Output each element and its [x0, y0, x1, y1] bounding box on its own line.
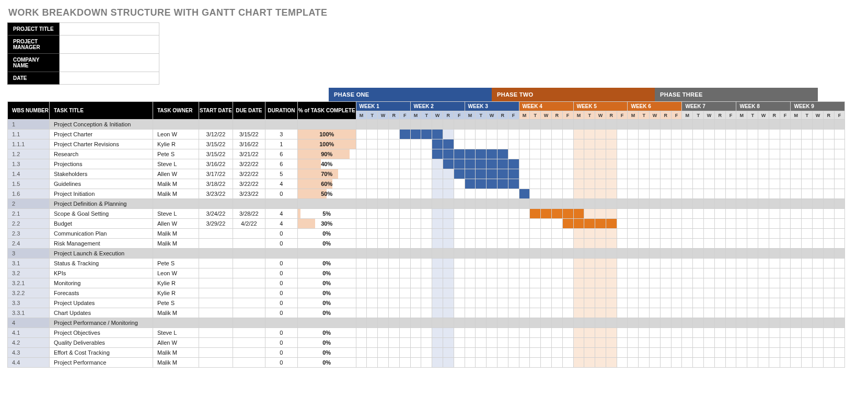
gantt-cell[interactable] [519, 159, 530, 169]
gantt-cell[interactable] [725, 189, 736, 199]
gantt-cell[interactable] [573, 348, 584, 358]
gantt-cell[interactable] [508, 328, 519, 338]
gantt-cell[interactable] [530, 318, 541, 328]
gantt-cell[interactable] [628, 288, 639, 298]
gantt-cell[interactable] [780, 298, 791, 308]
gantt-cell[interactable] [628, 328, 639, 338]
owner-cell[interactable]: Malik M [153, 358, 199, 368]
gantt-cell[interactable] [747, 348, 758, 358]
gantt-cell[interactable] [584, 209, 595, 219]
gantt-cell[interactable] [834, 308, 845, 318]
due-date-cell[interactable] [233, 199, 265, 209]
gantt-cell[interactable] [399, 318, 410, 328]
gantt-cell[interactable] [617, 239, 628, 249]
gantt-cell[interactable] [551, 239, 562, 249]
duration-cell[interactable]: 0 [265, 268, 297, 278]
pct-complete-cell[interactable]: 0% [297, 278, 356, 288]
gantt-cell[interactable] [823, 288, 834, 298]
gantt-cell[interactable] [530, 358, 541, 368]
gantt-cell[interactable] [769, 348, 780, 358]
gantt-cell[interactable] [639, 328, 650, 338]
gantt-cell[interactable] [388, 318, 399, 328]
gantt-cell[interactable] [443, 298, 454, 308]
gantt-cell[interactable] [551, 298, 562, 308]
duration-cell[interactable] [265, 318, 297, 328]
gantt-cell[interactable] [780, 249, 791, 259]
gantt-cell[interactable] [660, 348, 671, 358]
gantt-cell[interactable] [367, 149, 378, 159]
start-date-cell[interactable] [199, 249, 233, 259]
gantt-cell[interactable] [780, 149, 791, 159]
due-date-cell[interactable] [233, 229, 265, 239]
gantt-cell[interactable] [802, 139, 813, 149]
gantt-cell[interactable] [617, 229, 628, 239]
gantt-cell[interactable] [497, 169, 508, 179]
duration-cell[interactable]: 4 [265, 179, 297, 189]
gantt-cell[interactable] [725, 239, 736, 249]
gantt-cell[interactable] [497, 189, 508, 199]
gantt-cell[interactable] [813, 318, 824, 328]
gantt-cell[interactable] [367, 288, 378, 298]
gantt-cell[interactable] [562, 179, 573, 189]
due-date-cell[interactable]: 3/23/22 [233, 189, 265, 199]
gantt-cell[interactable] [682, 229, 693, 239]
duration-cell[interactable]: 0 [265, 278, 297, 288]
gantt-cell[interactable] [802, 229, 813, 239]
gantt-cell[interactable] [454, 298, 465, 308]
gantt-cell[interactable] [476, 358, 487, 368]
gantt-cell[interactable] [551, 199, 562, 209]
gantt-cell[interactable] [476, 288, 487, 298]
gantt-cell[interactable] [714, 209, 725, 219]
gantt-cell[interactable] [497, 268, 508, 278]
gantt-cell[interactable] [780, 338, 791, 348]
gantt-cell[interactable] [410, 229, 421, 239]
gantt-cell[interactable] [639, 308, 650, 318]
gantt-cell[interactable] [551, 149, 562, 159]
gantt-cell[interactable] [791, 219, 802, 229]
gantt-cell[interactable] [584, 318, 595, 328]
gantt-cell[interactable] [704, 308, 715, 318]
gantt-cell[interactable] [476, 209, 487, 219]
gantt-cell[interactable] [736, 288, 747, 298]
gantt-cell[interactable] [747, 239, 758, 249]
gantt-cell[interactable] [671, 318, 682, 328]
gantt-cell[interactable] [410, 189, 421, 199]
gantt-cell[interactable] [530, 259, 541, 268]
gantt-cell[interactable] [562, 259, 573, 268]
task-row[interactable]: 1.1Project CharterLeon W3/12/223/15/2231… [8, 130, 845, 139]
gantt-cell[interactable] [758, 149, 769, 159]
gantt-cell[interactable] [356, 179, 367, 189]
owner-cell[interactable] [153, 318, 199, 328]
gantt-cell[interactable] [704, 338, 715, 348]
gantt-cell[interactable] [530, 308, 541, 318]
gantt-cell[interactable] [650, 179, 661, 189]
due-date-cell[interactable] [233, 239, 265, 249]
gantt-cell[interactable] [725, 169, 736, 179]
gantt-cell[interactable] [704, 229, 715, 239]
gantt-cell[interactable] [660, 288, 671, 298]
gantt-cell[interactable] [541, 278, 552, 288]
gantt-cell[interactable] [519, 130, 530, 139]
gantt-cell[interactable] [736, 249, 747, 259]
meta-input[interactable] [60, 72, 159, 85]
gantt-cell[interactable] [747, 149, 758, 159]
pct-complete-cell[interactable]: 0% [297, 338, 356, 348]
wbs-cell[interactable]: 1 [8, 120, 50, 130]
gantt-cell[interactable] [650, 229, 661, 239]
task-row[interactable]: 4.4Project PerformanceMalik M00% [8, 358, 845, 368]
gantt-cell[interactable] [519, 328, 530, 338]
gantt-cell[interactable] [704, 298, 715, 308]
gantt-cell[interactable] [693, 199, 704, 209]
gantt-cell[interactable] [541, 318, 552, 328]
gantt-cell[interactable] [747, 229, 758, 239]
gantt-cell[interactable] [823, 199, 834, 209]
gantt-cell[interactable] [639, 139, 650, 149]
gantt-cell[interactable] [769, 249, 780, 259]
pct-complete-cell[interactable]: 60% [297, 179, 356, 189]
gantt-cell[interactable] [378, 169, 389, 179]
owner-cell[interactable] [153, 249, 199, 259]
gantt-cell[interactable] [497, 328, 508, 338]
gantt-cell[interactable] [530, 209, 541, 219]
gantt-cell[interactable] [443, 338, 454, 348]
owner-cell[interactable]: Kylie R [153, 278, 199, 288]
